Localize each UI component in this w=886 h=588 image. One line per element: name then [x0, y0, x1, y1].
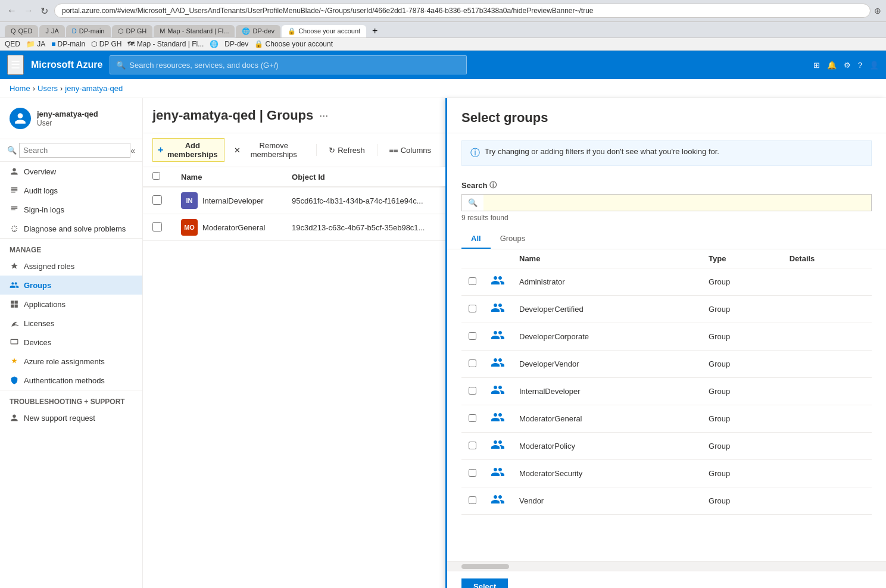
horizontal-scrollbar[interactable]: [447, 561, 886, 571]
sidebar-item-new-support[interactable]: New support request: [0, 408, 142, 427]
bookmark-map[interactable]: 🗺 Map - Standard | Fl...: [127, 40, 204, 48]
row-select-checkbox[interactable]: [469, 359, 476, 367]
svg-rect-0: [11, 187, 18, 189]
bookmark-dp-gh[interactable]: ⬡ DP GH: [91, 40, 121, 48]
toolbar-divider: [316, 144, 317, 156]
notifications-icon[interactable]: 🔔: [827, 61, 837, 70]
devices-icon: [10, 337, 19, 347]
sidebar-item-overview[interactable]: Overview: [0, 162, 142, 181]
portal-icon[interactable]: ⊞: [813, 61, 820, 70]
forward-button[interactable]: →: [21, 4, 36, 17]
group-type-cell: Group: [701, 487, 782, 515]
refresh-button[interactable]: ↻ Refresh: [324, 143, 370, 157]
refresh-icon: ↻: [329, 146, 335, 155]
group-name-cell: DeveloperVendor: [512, 351, 701, 378]
row-checkbox-cell: [143, 214, 171, 241]
tab-ja[interactable]: J JA: [39, 25, 64, 37]
breadcrumb-current[interactable]: jeny-amatya-qed: [65, 84, 123, 93]
svg-rect-10: [15, 305, 18, 308]
row-checkbox[interactable]: [152, 222, 162, 232]
tab-qed[interactable]: Q QED: [5, 25, 38, 37]
overview-icon: [10, 167, 19, 176]
list-item: DeveloperCorporate Group: [461, 323, 872, 351]
bookmark-dp-main[interactable]: ■ DP-main: [51, 40, 85, 48]
group-details-cell: [782, 378, 872, 405]
table-row: IN InternalDeveloper 95cd61fc-4b31-434b-…: [143, 187, 445, 214]
col-checkbox: [143, 167, 171, 187]
bookmark-choose-account[interactable]: 🔒 Choose your account: [254, 40, 333, 48]
group-avatar-icon: [491, 468, 505, 481]
row-select-checkbox[interactable]: [469, 469, 476, 477]
row-select-checkbox[interactable]: [469, 332, 476, 340]
main-layout: jeny-amatya-qed User 🔍 « Overview Audit …: [0, 98, 886, 588]
group-details-cell: [782, 351, 872, 378]
panel-search-section: Search ⓘ 🔍 9 results found: [447, 173, 886, 229]
panel-search-input[interactable]: [483, 195, 871, 211]
tab-map[interactable]: M Map - Standard | Fl...: [154, 25, 235, 37]
add-memberships-label: Add memberships: [166, 141, 219, 159]
bookmark-qed[interactable]: QED: [5, 40, 20, 48]
svg-rect-5: [11, 208, 18, 209]
add-memberships-button[interactable]: + Add memberships: [152, 138, 224, 162]
azure-search-input[interactable]: [129, 61, 460, 70]
tab-choose-account[interactable]: 🔒 Choose your account: [282, 25, 366, 37]
user-account-icon[interactable]: 👤: [869, 61, 879, 70]
bookmark-globe[interactable]: 🌐: [210, 40, 219, 48]
new-tab-button[interactable]: +: [367, 24, 382, 37]
row-select-checkbox[interactable]: [469, 305, 476, 312]
settings-icon[interactable]: ⚙: [844, 61, 851, 70]
table-body: IN InternalDeveloper 95cd61fc-4b31-434b-…: [143, 187, 445, 241]
row-select-checkbox[interactable]: [469, 442, 476, 449]
row-select-checkbox[interactable]: [469, 496, 476, 504]
select-table-body: Administrator Group DeveloperCertified G…: [461, 268, 872, 515]
col-group-name: Name: [512, 249, 701, 268]
tab-all[interactable]: All: [461, 229, 491, 249]
azure-topnav: ☰ Microsoft Azure 🔍 ⊞ 🔔 ⚙ ? 👤: [0, 51, 886, 79]
sidebar-item-devices[interactable]: Devices: [0, 333, 142, 352]
row-select-checkbox[interactable]: [469, 414, 476, 422]
sidebar-item-groups[interactable]: Groups: [0, 276, 142, 295]
sidebar-collapse-button[interactable]: «: [130, 146, 135, 155]
group-type-cell: Group: [701, 460, 782, 487]
tab-dp-dev[interactable]: 🌐 DP-dev: [236, 25, 280, 37]
sidebar-item-licenses[interactable]: Licenses: [0, 314, 142, 333]
row-select-checkbox[interactable]: [469, 387, 476, 395]
help-icon[interactable]: ?: [858, 61, 862, 70]
back-button[interactable]: ←: [5, 4, 19, 17]
sidebar-item-auth-methods[interactable]: Authentication methods: [0, 371, 142, 390]
remove-memberships-button[interactable]: ✕ Remove memberships: [229, 139, 309, 161]
azure-search-bar[interactable]: 🔍: [110, 55, 467, 74]
row-select-checkbox[interactable]: [469, 277, 476, 285]
hamburger-menu[interactable]: ☰: [7, 55, 24, 75]
sidebar-item-applications[interactable]: Applications: [0, 295, 142, 314]
select-all-checkbox[interactable]: [152, 172, 160, 180]
extensions-button[interactable]: ⊕: [874, 6, 881, 15]
tab-dp-main[interactable]: D DP-main: [66, 25, 111, 37]
row-checkbox[interactable]: [152, 195, 162, 205]
sidebar-search-input[interactable]: [19, 143, 130, 158]
sidebar-item-diagnose[interactable]: Diagnose and solve problems: [0, 219, 142, 238]
group-details-cell: [782, 433, 872, 460]
breadcrumb-users[interactable]: Users: [38, 84, 58, 93]
refresh-browser-button[interactable]: ↻: [38, 4, 51, 18]
username-title: jeny-amatya-qed: [37, 110, 98, 118]
sidebar-item-assigned-roles[interactable]: Assigned roles: [0, 257, 142, 276]
select-button[interactable]: Select: [461, 578, 508, 588]
columns-button[interactable]: ≡≡ Columns: [385, 143, 436, 157]
tab-groups[interactable]: Groups: [491, 229, 535, 249]
address-bar[interactable]: [54, 4, 871, 18]
sidebar-item-azure-roles[interactable]: Azure role assignments: [0, 352, 142, 371]
breadcrumb-home[interactable]: Home: [10, 84, 30, 93]
tab-dp-gh[interactable]: ⬡ DP GH: [112, 25, 153, 37]
group-name-cell: DeveloperCorporate: [512, 323, 701, 351]
bookmark-dp-dev[interactable]: DP-dev: [224, 40, 248, 48]
bookmark-ja[interactable]: 📁 JA: [26, 40, 45, 48]
list-item: ModeratorSecurity Group: [461, 460, 872, 487]
row-objectid-cell: 95cd61fc-4b31-434b-a74c-f161e94c...: [282, 187, 445, 214]
more-options-button[interactable]: ···: [319, 110, 328, 122]
breadcrumb-separator-1: ›: [33, 84, 35, 93]
sidebar-item-signin-logs[interactable]: Sign-in logs: [0, 200, 142, 219]
panel-search-icon: 🔍: [462, 195, 483, 211]
page-section: Groups: [267, 108, 313, 123]
sidebar-item-audit-logs[interactable]: Audit logs: [0, 181, 142, 200]
